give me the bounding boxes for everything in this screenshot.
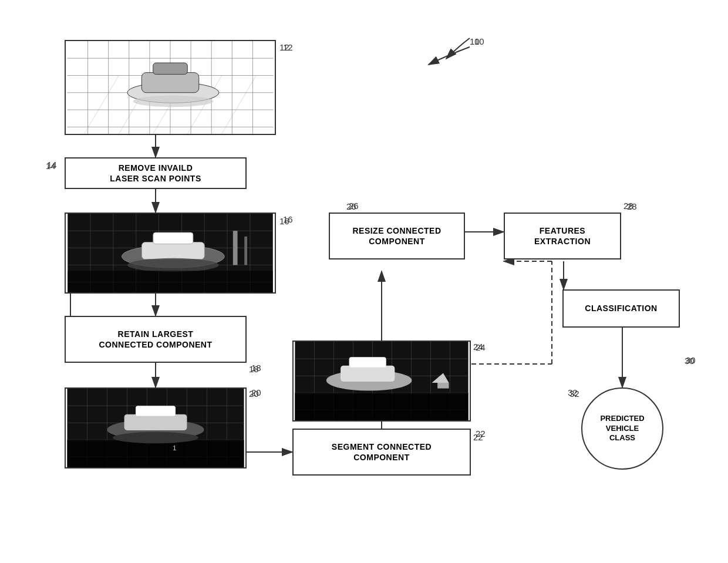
features-label: FEATURES EXTRACTION bbox=[534, 225, 591, 247]
svg-rect-59 bbox=[233, 231, 238, 265]
ref-label-16: 16 bbox=[279, 216, 289, 226]
svg-rect-56 bbox=[153, 232, 193, 244]
ref-label-10: 10 bbox=[470, 36, 480, 46]
image-box-16 bbox=[65, 213, 276, 294]
ref-label-28: 28 bbox=[623, 201, 633, 211]
ref-label-24: 24 bbox=[473, 342, 483, 352]
features-box: FEATURES EXTRACTION bbox=[504, 213, 621, 259]
svg-rect-93 bbox=[295, 393, 468, 420]
image-box-20: 1 bbox=[65, 387, 247, 468]
svg-rect-74 bbox=[67, 440, 244, 467]
svg-point-40 bbox=[133, 96, 214, 107]
ref-label-26: 26 bbox=[349, 201, 359, 211]
svg-line-32 bbox=[85, 76, 119, 134]
remove-invalid-box: REMOVE INVAILD LASER SCAN POINTS bbox=[65, 157, 247, 189]
image-box-12 bbox=[65, 40, 276, 135]
ref-label-14: 14 bbox=[46, 161, 56, 171]
svg-rect-58 bbox=[68, 271, 273, 292]
svg-rect-98 bbox=[437, 383, 449, 389]
svg-rect-38 bbox=[141, 73, 199, 93]
predicted-circle: PREDICTED VEHICLE CLASS bbox=[581, 387, 663, 470]
retain-largest-label: RETAIN LARGEST CONNECTED COMPONENT bbox=[99, 329, 212, 350]
svg-rect-95 bbox=[341, 366, 395, 382]
svg-point-57 bbox=[127, 258, 218, 272]
ref-label-32: 32 bbox=[568, 387, 578, 397]
ref-label-12: 12 bbox=[279, 42, 289, 52]
svg-point-78 bbox=[113, 432, 198, 443]
classification-label: CLASSIFICATION bbox=[585, 303, 657, 313]
resize-label: RESIZE CONNECTED COMPONENT bbox=[352, 225, 441, 247]
remove-invalid-label: REMOVE INVAILD LASER SCAN POINTS bbox=[110, 163, 201, 184]
ref-label-22: 22 bbox=[473, 432, 483, 442]
resize-box: RESIZE CONNECTED COMPONENT bbox=[329, 213, 465, 259]
ref-label-20: 20 bbox=[249, 389, 259, 399]
segment-label: SEGMENT CONNECTED COMPONENT bbox=[332, 441, 432, 463]
svg-line-36 bbox=[222, 76, 257, 134]
svg-rect-96 bbox=[349, 357, 386, 367]
svg-rect-60 bbox=[244, 237, 247, 265]
svg-rect-76 bbox=[124, 414, 187, 430]
ref-label-18: 18 bbox=[249, 364, 259, 374]
image-box-24 bbox=[292, 341, 471, 422]
svg-rect-77 bbox=[136, 406, 176, 416]
segment-box: SEGMENT CONNECTED COMPONENT bbox=[292, 429, 471, 476]
diagram-container: 10 bbox=[0, 0, 728, 563]
classification-box: CLASSIFICATION bbox=[562, 289, 680, 328]
svg-rect-55 bbox=[141, 242, 204, 259]
predicted-label: PREDICTED VEHICLE CLASS bbox=[600, 414, 644, 444]
retain-largest-box: RETAIN LARGEST CONNECTED COMPONENT bbox=[65, 316, 247, 363]
svg-text:1: 1 bbox=[173, 444, 176, 451]
ref-label-30: 30 bbox=[685, 356, 695, 366]
svg-rect-39 bbox=[153, 63, 188, 75]
